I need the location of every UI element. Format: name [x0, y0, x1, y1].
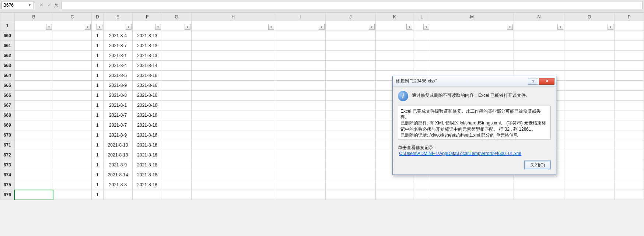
cell-P-667[interactable] [615, 101, 644, 110]
cell-J-660[interactable] [325, 31, 375, 41]
cell-E-668[interactable]: 2021-8-7 [103, 110, 133, 120]
cell-I-670[interactable] [275, 130, 325, 140]
row-header[interactable]: 665 [0, 81, 15, 91]
cell-B-676[interactable] [14, 190, 53, 200]
cell-H-668[interactable] [191, 110, 275, 120]
cell-H-673[interactable] [191, 160, 275, 170]
cell-G-670[interactable] [162, 130, 191, 140]
row-header[interactable]: 660 [0, 31, 15, 41]
cell-E-662[interactable]: 2021-8-1 [103, 51, 133, 61]
cell-D-670[interactable]: 1 [91, 130, 103, 140]
cell-I-674[interactable] [275, 170, 325, 180]
cell-G-665[interactable] [162, 81, 191, 91]
cell-J-672[interactable] [325, 150, 375, 160]
cell-I-675[interactable] [275, 180, 325, 190]
fx-icon[interactable]: fx [55, 2, 58, 8]
filter-button-B[interactable]: ▾ [46, 24, 52, 30]
cell-K-663[interactable] [376, 61, 413, 71]
cell-C-676[interactable] [53, 190, 92, 200]
cell-E-670[interactable]: 2021-8-9 [103, 130, 133, 140]
cell-B-675[interactable] [14, 180, 53, 190]
cell-B-671[interactable] [14, 140, 53, 150]
cell-J-673[interactable] [325, 160, 375, 170]
cell-G-661[interactable] [162, 41, 191, 51]
cell-C-665[interactable] [53, 81, 92, 91]
cell-P-666[interactable] [615, 91, 644, 101]
cell-D-672[interactable]: 1 [91, 150, 103, 160]
cell-H-664[interactable] [191, 71, 275, 81]
cell-N-660[interactable] [514, 31, 564, 41]
cell-C-663[interactable] [53, 61, 92, 71]
cell-J-675[interactable] [325, 180, 375, 190]
cell-G-660[interactable] [162, 31, 191, 41]
cell-C-660[interactable] [53, 31, 92, 41]
cell-F-660[interactable]: 2021-8-13 [133, 31, 162, 41]
filter-button-E[interactable]: ▾ [126, 24, 132, 30]
cell-M-675[interactable] [430, 180, 514, 190]
cell-K-675[interactable] [376, 180, 413, 190]
cell-E-660[interactable]: 2021-8-4 [103, 31, 133, 41]
cell-I-671[interactable] [275, 140, 325, 150]
cell-P-675[interactable] [615, 180, 644, 190]
cell-H-671[interactable] [191, 140, 275, 150]
cell-E-669[interactable]: 2021-8-7 [103, 120, 133, 130]
cell-C-662[interactable] [53, 51, 92, 61]
cell-D-673[interactable]: 1 [91, 160, 103, 170]
cell-E-665[interactable]: 2021-8-9 [103, 81, 133, 91]
cell-F-672[interactable]: 2021-8-16 [133, 150, 162, 160]
cell-H-675[interactable] [191, 180, 275, 190]
row-header[interactable]: 669 [0, 120, 15, 130]
col-header-C[interactable]: C [53, 13, 92, 21]
cell-E-672[interactable]: 2021-8-13 [103, 150, 133, 160]
row-header[interactable]: 676 [0, 190, 15, 200]
cell-F-670[interactable]: 2021-8-16 [133, 130, 162, 140]
cell-K-662[interactable] [376, 51, 413, 61]
cell-J-665[interactable] [325, 81, 375, 91]
cell-G-664[interactable] [162, 71, 191, 81]
cell-B-669[interactable] [14, 120, 53, 130]
cell-D-665[interactable]: 1 [91, 81, 103, 91]
row-header[interactable]: 671 [0, 140, 15, 150]
cell-M-663[interactable] [430, 61, 514, 71]
cell-G-666[interactable] [162, 91, 191, 101]
cell-P-672[interactable] [615, 150, 644, 160]
cell-P-670[interactable] [615, 130, 644, 140]
cell-P-676[interactable] [615, 190, 644, 200]
cell-O-661[interactable] [564, 41, 614, 51]
cell-E-663[interactable]: 2021-8-4 [103, 61, 133, 71]
cell-B-663[interactable] [14, 61, 53, 71]
cell-D-664[interactable]: 1 [91, 71, 103, 81]
col-header-O[interactable]: O [564, 13, 614, 21]
cell-O-673[interactable] [564, 160, 614, 170]
cell-I-673[interactable] [275, 160, 325, 170]
cell-D-669[interactable]: 1 [91, 120, 103, 130]
row-header[interactable]: 668 [0, 110, 15, 120]
cell-L-661[interactable] [413, 41, 430, 51]
cell-B-664[interactable] [14, 71, 53, 81]
cell-B-665[interactable] [14, 81, 53, 91]
filter-button-N[interactable]: ▾ [557, 24, 563, 30]
cell-N-676[interactable] [514, 190, 564, 200]
cell-G-662[interactable] [162, 51, 191, 61]
cell-H-667[interactable] [191, 101, 275, 110]
cell-O-675[interactable] [564, 180, 614, 190]
cell-F-664[interactable]: 2021-8-16 [133, 71, 162, 81]
cell-B-674[interactable] [14, 170, 53, 180]
filter-button-G[interactable]: ▾ [185, 24, 190, 30]
cell-G-672[interactable] [162, 150, 191, 160]
cell-N-662[interactable] [514, 51, 564, 61]
cell-L-662[interactable] [413, 51, 430, 61]
col-header-I[interactable]: I [275, 13, 325, 21]
cell-O-662[interactable] [564, 51, 614, 61]
cell-E-675[interactable]: 2021-8-8 [103, 180, 133, 190]
cell-P-665[interactable] [615, 81, 644, 91]
cell-E-674[interactable]: 2021-8-14 [103, 170, 133, 180]
cell-F-673[interactable]: 2021-8-18 [133, 160, 162, 170]
cell-D-666[interactable]: 1 [91, 91, 103, 101]
filter-button-J[interactable]: ▾ [369, 24, 375, 30]
col-header-K[interactable]: K [376, 13, 413, 21]
cell-G-675[interactable] [162, 180, 191, 190]
cell-P-669[interactable] [615, 120, 644, 130]
cell-F-662[interactable]: 2021-8-13 [133, 51, 162, 61]
cell-H-674[interactable] [191, 170, 275, 180]
